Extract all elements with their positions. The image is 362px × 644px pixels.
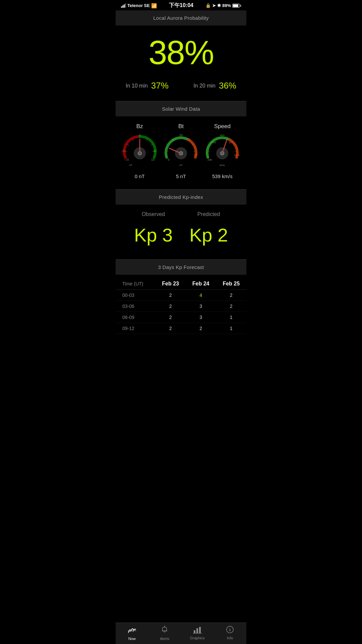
aurora-sub-section: In 10 min 37% In 20 min 36% bbox=[116, 76, 246, 101]
gauge-speed: Speed bbox=[202, 123, 243, 179]
svg-text:30: 30 bbox=[187, 138, 190, 141]
svg-text:-30: -30 bbox=[121, 149, 126, 153]
kp-header: Predicted Kp-index bbox=[116, 190, 246, 205]
kp-observed-label: Observed bbox=[126, 211, 181, 217]
svg-text:400: 400 bbox=[212, 141, 217, 144]
svg-point-33 bbox=[180, 152, 182, 155]
forecast-value-cell: 4 bbox=[186, 290, 216, 301]
page-title: Local Aurora Probability bbox=[153, 15, 209, 21]
forecast-time-cell: 00-03 bbox=[116, 290, 155, 301]
forecast-value-cell: 1 bbox=[216, 312, 246, 323]
forecast-title: 3 Days Kp Forecast bbox=[158, 264, 204, 270]
forecast-section: Time (UT) Feb 23 Feb 24 Feb 25 00-032420… bbox=[116, 275, 246, 334]
aurora-main-percent: 38% bbox=[122, 36, 240, 69]
forecast-value-cell: 2 bbox=[216, 301, 246, 312]
kp-labels-row: Observed Predicted bbox=[126, 211, 236, 224]
svg-text:40: 40 bbox=[194, 153, 197, 157]
forecast-row: 06-09231 bbox=[116, 312, 246, 323]
svg-text:nT: nT bbox=[129, 164, 132, 167]
kp-predicted-value-col: Kp 2 bbox=[181, 224, 236, 246]
gauge-speed-value: 539 km/s bbox=[202, 173, 243, 179]
forecast-header: 3 Days Kp Forecast bbox=[116, 260, 246, 275]
gauge-bz-value: 0 nT bbox=[119, 173, 160, 179]
forecast-value-cell: 2 bbox=[155, 290, 186, 301]
kp-observed-value: Kp 3 bbox=[126, 224, 181, 246]
kp-predicted-value: Kp 2 bbox=[181, 224, 236, 246]
svg-text:30: 30 bbox=[153, 149, 157, 153]
aurora-20min-label: In 20 min bbox=[193, 83, 216, 89]
gauge-bt-label: Bt bbox=[160, 123, 201, 130]
svg-text:nT: nT bbox=[179, 164, 182, 167]
solar-wind-header: Solar Wind Data bbox=[116, 101, 246, 116]
signal-icon bbox=[121, 3, 126, 8]
aurora-20min: In 20 min 36% bbox=[193, 80, 236, 91]
forecast-row: 00-03242 bbox=[116, 290, 246, 301]
gauge-bt: Bt bbox=[160, 123, 201, 179]
forecast-row: 09-12221 bbox=[116, 323, 246, 334]
bluetooth-icon: ✱ bbox=[217, 3, 221, 8]
gauge-bz-canvas: -15 -30 0 15 30 nT bbox=[121, 133, 158, 170]
aurora-10min-label: In 10 min bbox=[126, 83, 148, 89]
svg-text:-15: -15 bbox=[124, 158, 129, 161]
page-header: Local Aurora Probability bbox=[116, 10, 246, 25]
aurora-10min-value: 37% bbox=[151, 80, 169, 91]
gauge-bt-value: 5 nT bbox=[160, 173, 201, 179]
svg-text:0: 0 bbox=[168, 158, 169, 161]
status-right: 🔒 ➤ ✱ 89% bbox=[205, 3, 241, 8]
location-icon: ➤ bbox=[212, 3, 216, 8]
status-bar: Telenor SE 📶 下午10:04 🔒 ➤ ✱ 89% bbox=[116, 0, 246, 10]
gauge-bz: Bz bbox=[119, 123, 160, 179]
lock-icon: 🔒 bbox=[205, 3, 211, 8]
svg-text:0: 0 bbox=[139, 133, 140, 137]
forecast-value-cell: 2 bbox=[186, 323, 216, 334]
forecast-col-time: Time (UT) bbox=[116, 278, 155, 290]
battery-percent: 89% bbox=[222, 3, 231, 8]
forecast-value-cell: 2 bbox=[155, 323, 186, 334]
svg-point-50 bbox=[221, 152, 224, 155]
forecast-table: Time (UT) Feb 23 Feb 24 Feb 25 00-032420… bbox=[116, 278, 246, 334]
kp-values-row: Kp 3 Kp 2 bbox=[126, 224, 236, 246]
forecast-value-cell: 2 bbox=[155, 312, 186, 323]
forecast-value-cell: 3 bbox=[186, 301, 216, 312]
forecast-value-cell: 3 bbox=[186, 312, 216, 323]
forecast-col-feb24: Feb 24 bbox=[186, 278, 216, 290]
svg-text:1000: 1000 bbox=[234, 154, 240, 157]
carrier-label: Telenor SE bbox=[127, 3, 150, 8]
wifi-icon: 📶 bbox=[151, 3, 157, 8]
kp-observed-value-col: Kp 3 bbox=[126, 224, 181, 246]
forecast-time-cell: 09-12 bbox=[116, 323, 155, 334]
forecast-time-cell: 06-09 bbox=[116, 312, 155, 323]
kp-title: Predicted Kp-index bbox=[159, 194, 203, 200]
svg-text:600: 600 bbox=[220, 134, 225, 137]
gauge-speed-canvas: 200 400 600 800 1000 km/s bbox=[204, 133, 241, 170]
kp-section: Observed Predicted Kp 3 Kp 2 bbox=[116, 205, 246, 259]
battery-icon bbox=[232, 4, 241, 8]
solar-wind-title: Solar Wind Data bbox=[162, 106, 200, 112]
forecast-col-feb23: Feb 23 bbox=[155, 278, 186, 290]
time-label: 下午10:04 bbox=[169, 2, 193, 9]
aurora-main-section: 38% bbox=[116, 25, 246, 76]
forecast-time-cell: 03-06 bbox=[116, 301, 155, 312]
solar-wind-section: Bz bbox=[116, 116, 246, 189]
svg-text:800: 800 bbox=[229, 141, 234, 144]
gauges-row: Bz bbox=[119, 123, 243, 179]
forecast-value-cell: 1 bbox=[216, 323, 246, 334]
svg-point-16 bbox=[138, 152, 141, 155]
svg-text:10: 10 bbox=[172, 138, 175, 141]
gauge-bt-canvas: 0 10 20 30 40 nT bbox=[163, 133, 199, 170]
gauge-speed-label: Speed bbox=[202, 123, 243, 130]
forecast-value-cell: 2 bbox=[155, 301, 186, 312]
aurora-20min-value: 36% bbox=[219, 80, 236, 91]
kp-observed-col: Observed bbox=[126, 211, 181, 224]
forecast-col-feb25: Feb 25 bbox=[216, 278, 246, 290]
kp-predicted-label: Predicted bbox=[181, 211, 236, 217]
svg-text:20: 20 bbox=[179, 133, 183, 137]
svg-text:km/s: km/s bbox=[220, 164, 225, 166]
forecast-value-cell: 2 bbox=[216, 290, 246, 301]
svg-text:15: 15 bbox=[151, 158, 155, 161]
svg-text:200: 200 bbox=[208, 158, 213, 161]
status-left: Telenor SE 📶 bbox=[121, 3, 157, 8]
aurora-10min: In 10 min 37% bbox=[126, 80, 169, 91]
forecast-header-row: Time (UT) Feb 23 Feb 24 Feb 25 bbox=[116, 278, 246, 290]
forecast-row: 03-06232 bbox=[116, 301, 246, 312]
